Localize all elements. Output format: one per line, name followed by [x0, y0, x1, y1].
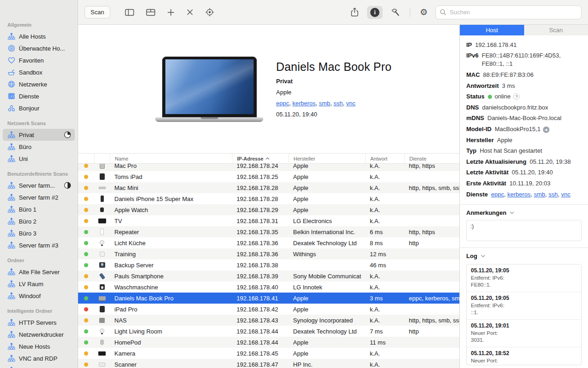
cell-response: 8 ms: [365, 240, 404, 247]
tab-scan[interactable]: Scan: [524, 25, 588, 35]
log-header[interactable]: Log: [460, 251, 588, 261]
service-link-kerberos[interactable]: kerberos: [292, 100, 316, 107]
network-tree-icon: [7, 367, 15, 368]
search-input[interactable]: [435, 6, 582, 19]
host-title: Daniels Mac Book Pro: [276, 60, 391, 74]
service-link-smb[interactable]: smb: [534, 191, 545, 198]
table-row[interactable]: NAS192.168.178.43Synology Incorporatedk.…: [78, 315, 459, 326]
log-list[interactable]: 05.11.20, 19:05Entfernt: IPv6: FE80::1.0…: [466, 264, 582, 365]
table-row[interactable]: Apple Watch192.168.178.29Applek.A.: [78, 204, 459, 215]
service-link-smb[interactable]: smb: [319, 100, 330, 107]
table-row[interactable]: Light Living Room192.168.178.44Dexatek T…: [78, 326, 459, 337]
sidebar-item-alle-hosts[interactable]: Alle Hosts: [3, 30, 75, 42]
sidebar-item-lv-raum[interactable]: LV Raum: [3, 278, 75, 290]
sidebar-item-b-ro[interactable]: Büro: [3, 141, 75, 153]
column-header-name[interactable]: Name: [110, 154, 232, 163]
device-phone2-icon: [94, 272, 110, 280]
table-row[interactable]: Licht Küche192.168.178.36Dexatek Technol…: [78, 237, 459, 248]
sidebar-item-sandbox[interactable]: Sandbox: [3, 66, 75, 78]
table-row[interactable]: Kamera192.168.178.45Applek.A.: [78, 348, 459, 359]
table-row[interactable]: HomePod192.168.178.44Apple11 ms: [78, 337, 459, 348]
sidebar-item-privat[interactable]: Privat: [3, 129, 75, 141]
sidebar-item-bonjour[interactable]: Bonjour: [3, 102, 75, 114]
device-tv-icon: [94, 217, 110, 225]
settings-button[interactable]: ⚙: [417, 6, 431, 18]
sidebar-item-vnc-and-rdp[interactable]: VNC and RDP: [3, 352, 75, 364]
sidebar-item-server-farm[interactable]: Server farm...: [3, 179, 75, 191]
add-button[interactable]: [164, 6, 178, 18]
device-mini-icon: [94, 184, 110, 192]
split-layout-icon: [146, 8, 156, 17]
sidebar-section-label: Ordner: [0, 257, 78, 266]
sidebar-item-uni[interactable]: Uni: [3, 153, 75, 165]
notes-input[interactable]: :): [466, 220, 582, 241]
table-header: NameIP-AdresseHerstellerAntwortDienste: [78, 153, 459, 164]
sidebar-item-dienste[interactable]: ://Dienste: [3, 90, 75, 102]
service-link-vnc[interactable]: vnc: [561, 191, 570, 198]
notes-header[interactable]: Anmerkungen: [460, 207, 588, 218]
tab-host[interactable]: Host: [460, 25, 524, 35]
log-timestamp: 05.11.20, 19:05: [471, 295, 577, 301]
scan-progress-icon: [64, 131, 71, 138]
cell-vendor: Apple: [288, 164, 365, 169]
table-row[interactable]: Mac Pro192.168.178.24Applek.A.http, http…: [78, 164, 459, 171]
table-row[interactable]: Pauls Smartphone192.168.178.39Sony Mobil…: [78, 270, 459, 282]
sidebar-item-b-ro-1[interactable]: Büro 1: [3, 203, 75, 215]
service-link-ssh[interactable]: ssh: [548, 191, 558, 198]
info-button[interactable]: i: [367, 6, 383, 19]
cell-vendor: HP Inc.: [288, 361, 365, 368]
table-row[interactable]: TV192.168.178.31LG Electronicsk.A.: [78, 215, 459, 226]
model-lookup-icon[interactable]: [543, 126, 549, 133]
table-row[interactable]: Scanner192.168.178.47HP Inc.k.A.: [78, 359, 459, 368]
service-link-eppc[interactable]: eppc: [491, 191, 504, 198]
sidebar-item-favoriten[interactable]: Favoriten: [3, 54, 75, 66]
table-row[interactable]: Mac Mini192.168.178.28Applek.A.http, htt…: [78, 182, 459, 193]
help-icon[interactable]: ?: [513, 93, 520, 100]
log-entry: 05.11.20, 19:01Neuer Port: 3031.: [467, 320, 581, 347]
device-homepod-icon: [94, 339, 110, 346]
sidebar-item-b-ro-3[interactable]: Büro 3: [3, 227, 75, 239]
table-row[interactable]: Daniels Mac Book Pro192.168.178.41Apple3…: [78, 293, 459, 304]
share-button[interactable]: [347, 6, 362, 19]
sidebar-item-http-servers[interactable]: HTTP Servers: [3, 316, 75, 328]
table-row[interactable]: Toms iPad192.168.178.25Applek.A.: [78, 171, 459, 182]
service-link-vnc[interactable]: vnc: [346, 100, 356, 107]
remove-button[interactable]: [183, 6, 197, 18]
column-device-icon[interactable]: [94, 154, 110, 163]
scan-target-button[interactable]: [202, 6, 218, 19]
sidebar-item-netzwerke[interactable]: Netzwerke: [3, 78, 75, 90]
toggle-sidebar-button[interactable]: [121, 6, 138, 19]
column-header-ip-adresse[interactable]: IP-Adresse: [232, 154, 288, 163]
sidebar-item-berwachte-ho[interactable]: Überwachte Ho...: [3, 42, 75, 54]
table-row[interactable]: Repeater192.168.178.35Belkin Internation…: [78, 226, 459, 237]
sidebar-item-alte-file-server[interactable]: Alte File Server: [3, 266, 75, 278]
device-scanner-icon: [94, 361, 110, 368]
host-vendor: Apple: [276, 89, 391, 96]
toggle-detail-layout-button[interactable]: [142, 6, 159, 19]
column-header-hersteller[interactable]: Hersteller: [288, 154, 365, 163]
field-label: Antwortzeit: [466, 82, 499, 90]
sidebar-item-windoof[interactable]: Windoof: [3, 290, 75, 302]
column-status[interactable]: [78, 154, 94, 163]
scan-button[interactable]: Scan: [85, 6, 110, 18]
sidebar-item-b-ro-2[interactable]: Büro 2: [3, 215, 75, 227]
service-link-kerberos[interactable]: kerberos: [507, 191, 531, 198]
table-row[interactable]: Waschmaschine192.168.178.40LG Innotekk.A…: [78, 282, 459, 293]
tools-button[interactable]: [387, 6, 403, 19]
service-link-ssh[interactable]: ssh: [334, 100, 343, 107]
table-row[interactable]: iPad Pro192.168.178.42Applek.A.: [78, 304, 459, 315]
cell-vendor: LG Electronics: [288, 218, 365, 224]
sidebar-item-neue-hosts[interactable]: Neue Hosts: [3, 340, 75, 352]
log-label: Log: [466, 253, 477, 259]
table-row[interactable]: Backup Server192.168.178.3846 ms: [78, 259, 459, 270]
table-row[interactable]: Training192.168.178.36Withings12 ms: [78, 248, 459, 259]
table-row[interactable]: Daniels iPhone 15 Super Max192.168.178.2…: [78, 193, 459, 204]
sidebar-item-ipads[interactable]: iPads: [3, 364, 75, 368]
column-header-dienste[interactable]: Dienste: [404, 154, 459, 163]
sidebar-item-server-farm-3[interactable]: Server farm #3: [3, 239, 75, 251]
sidebar-item-netzwerkdrucker[interactable]: Netzwerkdrucker: [3, 328, 75, 340]
service-link-eppc[interactable]: eppc: [276, 100, 289, 107]
cell-name: Light Living Room: [110, 328, 232, 335]
sidebar-item-server-farm-2[interactable]: Server farm #2: [3, 191, 75, 203]
column-header-antwort[interactable]: Antwort: [365, 154, 404, 163]
